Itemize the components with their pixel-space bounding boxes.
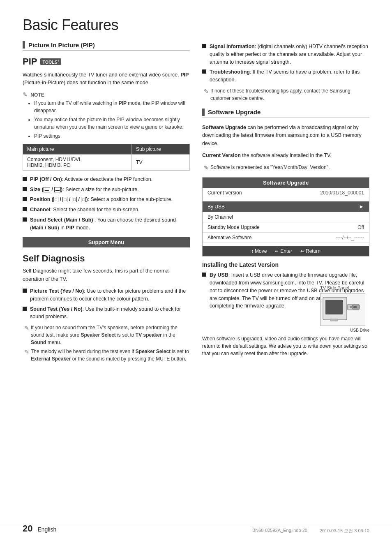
bullet-square bbox=[23, 289, 27, 293]
sw-row-alt[interactable]: Alternative Software ----/--/--_------ bbox=[203, 233, 369, 243]
installing-followup: When software is upgraded, video and aud… bbox=[202, 335, 369, 357]
enter-label: Enter bbox=[280, 248, 292, 254]
bullet-square bbox=[23, 187, 27, 191]
sw-row-channel[interactable]: By Channel bbox=[203, 212, 369, 222]
list-item: PIP (Off / On): Activate or deactivate t… bbox=[23, 176, 190, 183]
pip-table-cell-sub: TV bbox=[132, 154, 190, 170]
list-item: Position (□ / □ / □ / □): Select a posit… bbox=[23, 196, 190, 203]
note-block: ✎ NOTE If you turn the TV off while watc… bbox=[23, 91, 190, 140]
footer-language: English bbox=[37, 526, 56, 533]
left-column: Picture In Picture (PIP) PIP TOOLSt Watc… bbox=[23, 41, 190, 364]
installing-text: By USB: Insert a USB drive containing th… bbox=[202, 271, 369, 357]
installing-body: By USB: Insert a USB drive containing th… bbox=[202, 271, 369, 357]
page-footer: 20 English BN68-02592A_Eng.indb 20 2010-… bbox=[0, 523, 392, 534]
sw-spacer-2 bbox=[203, 243, 369, 246]
bullet-square bbox=[202, 44, 206, 48]
list-item: Channel: Select the channel for the sub-… bbox=[23, 206, 190, 214]
bullet-square bbox=[23, 217, 27, 222]
sw-upgrade-box-title: Software Upgrade bbox=[203, 178, 369, 188]
svg-rect-6 bbox=[353, 306, 357, 308]
sw-upgrade-box: Software Upgrade Current Version 2010/01… bbox=[202, 177, 369, 256]
pip-title: PIP bbox=[23, 56, 37, 67]
footer-filename: BN68-02592A_Eng.indb 20 bbox=[252, 528, 307, 534]
move-label: Move bbox=[255, 248, 267, 254]
tv-panel-image bbox=[320, 293, 365, 326]
sw-nav-move: ↕ Move bbox=[251, 248, 267, 254]
sound-note-1: ✎ If you hear no sound from the TV's spe… bbox=[24, 324, 190, 346]
right-pip-bullet-list: Signal Information: (digital channels on… bbox=[202, 43, 369, 84]
move-icon: ↕ bbox=[251, 248, 254, 254]
svg-rect-1 bbox=[325, 300, 343, 314]
bullet-square bbox=[23, 197, 27, 201]
return-label: Return bbox=[306, 248, 321, 254]
installing-title: Installing the Latest Version bbox=[202, 261, 369, 268]
sw-row-usb[interactable]: By USB ► bbox=[203, 201, 369, 212]
bullet-square bbox=[202, 69, 206, 74]
pencil-icon-3: ✎ bbox=[204, 87, 209, 96]
pip-description: Watches simultaneously the TV tuner and … bbox=[23, 71, 190, 87]
footer-date: 2010-03-15 오전 3:06:10 bbox=[320, 528, 369, 534]
list-item: Sound Test (Yes / No): Use the built-in … bbox=[23, 305, 190, 321]
pencil-icon-2: ✎ bbox=[24, 348, 29, 356]
sw-nav-bar: ↕ Move ↵ Enter ↩ Return bbox=[203, 246, 369, 256]
self-diagnosis-bullet-list: Picture Test (Yes / No): Use to check fo… bbox=[23, 287, 190, 321]
list-item: Size (▬ / ▬): Select a size for the sub-… bbox=[23, 186, 190, 194]
table-row: Component, HDMI1/DVI,HDMI2, HDMI3, PC TV bbox=[23, 154, 190, 170]
note-label: ✎ NOTE bbox=[23, 91, 190, 98]
sw-standby-value: Off bbox=[357, 224, 364, 230]
note-item-2: You may notice that the picture in the P… bbox=[34, 116, 190, 131]
footer-right: BN68-02592A_Eng.indb 20 2010-03-15 오전 3:… bbox=[252, 528, 369, 534]
section-bar bbox=[23, 41, 25, 49]
sw-nav-enter: ↵ Enter bbox=[275, 248, 292, 254]
pencil-icon-1: ✎ bbox=[24, 324, 29, 333]
pip-section-header: Picture In Picture (PIP) bbox=[23, 41, 190, 51]
note-icon: ✎ bbox=[23, 91, 28, 98]
enter-icon: ↵ bbox=[275, 248, 279, 254]
sw-row-standby[interactable]: Standby Mode Upgrade Off bbox=[203, 222, 369, 233]
sw-alt-label: Alternative Software bbox=[208, 235, 336, 240]
sw-version-note: ✎ Software is represented as "Year/Month… bbox=[204, 164, 369, 172]
support-menu-bar: Support Menu bbox=[23, 237, 190, 247]
pip-table: Main picture Sub picture Component, HDMI… bbox=[23, 144, 190, 171]
sw-usb-arrow: ► bbox=[359, 203, 364, 210]
svg-rect-2 bbox=[330, 319, 338, 321]
self-diagnosis-desc: Self Diagnostic might take few seconds, … bbox=[23, 267, 190, 283]
sw-nav-return: ↩ Return bbox=[300, 248, 321, 254]
tv-panel-svg bbox=[322, 295, 363, 324]
page-wrapper: Basic Features Picture In Picture (PIP) … bbox=[0, 0, 392, 543]
sw-channel-label: By Channel bbox=[208, 214, 364, 220]
sw-usb-label: By USB bbox=[208, 204, 359, 210]
sound-note-2: ✎ The melody will be heard during the te… bbox=[24, 348, 190, 363]
bullet-square bbox=[23, 177, 27, 181]
return-icon: ↩ bbox=[300, 248, 304, 254]
bullet-square bbox=[23, 207, 27, 211]
sw-alt-value: ----/--/--_------ bbox=[336, 235, 364, 240]
pip-table-header-sub: Sub picture bbox=[132, 144, 190, 154]
sw-upgrade-section-header: Software Upgrade bbox=[202, 109, 369, 118]
sw-current-version-desc: Current Version the software already ins… bbox=[202, 152, 369, 159]
sw-current-version-value: 2010/01/18_000001 bbox=[320, 190, 364, 196]
pip-table-header-main: Main picture bbox=[23, 144, 132, 154]
sw-upgrade-desc: Software Upgrade can be performed via a … bbox=[202, 124, 369, 148]
pip-heading: PIP TOOLSt bbox=[23, 56, 190, 67]
two-column-layout: Picture In Picture (PIP) PIP TOOLSt Watc… bbox=[23, 41, 369, 364]
pip-bullet-list: PIP (Off / On): Activate or deactivate t… bbox=[23, 176, 190, 232]
troubleshooting-note: ✎ If none of these troubleshooting tips … bbox=[204, 87, 369, 102]
footer-left: 20 English bbox=[23, 523, 56, 534]
note-item-3: PIP settings bbox=[34, 132, 190, 140]
right-column: Signal Information: (digital channels on… bbox=[202, 41, 369, 364]
list-item: Sound Select (Main / Sub) : You can choo… bbox=[23, 216, 190, 232]
self-diagnosis-title: Self Diagnosis bbox=[23, 253, 190, 264]
usb-drive-label: USB Drive bbox=[320, 327, 369, 333]
note-items: If you turn the TV off while watching in… bbox=[23, 99, 190, 140]
page-title: Basic Features bbox=[23, 16, 369, 34]
page-number: 20 bbox=[23, 523, 32, 534]
sw-upgrade-section-title: Software Upgrade bbox=[208, 109, 261, 116]
bullet-square bbox=[23, 307, 27, 311]
pip-section-title: Picture In Picture (PIP) bbox=[28, 42, 95, 49]
tools-badge: TOOLSt bbox=[40, 58, 61, 65]
list-item: Signal Information: (digital channels on… bbox=[202, 43, 369, 66]
sw-standby-label: Standby Mode Upgrade bbox=[208, 224, 357, 230]
sw-current-version-row: Current Version 2010/01/18_000001 bbox=[203, 188, 369, 198]
pip-table-cell-main: Component, HDMI1/DVI,HDMI2, HDMI3, PC bbox=[23, 154, 132, 170]
